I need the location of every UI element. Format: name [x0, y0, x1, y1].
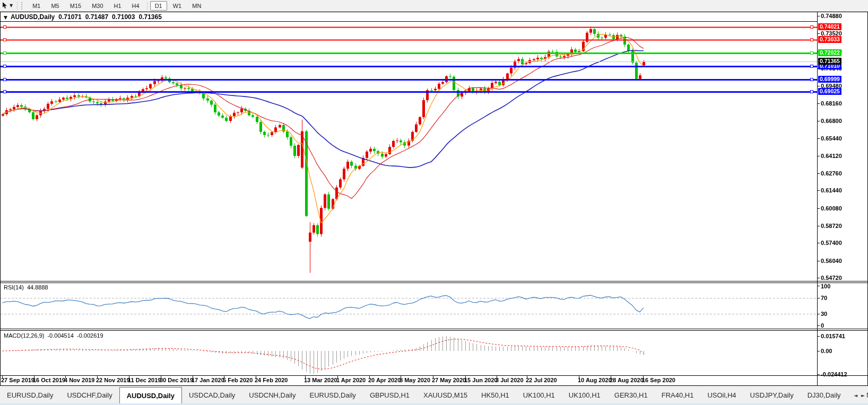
toolbar: ▼ M1M5M15M30H1H4D1W1MN [0, 0, 868, 12]
chart-canvas[interactable] [0, 0, 868, 405]
timeframe-button-mn[interactable]: MN [187, 1, 206, 11]
chart-tab-ger30-h1[interactable]: GER30,H1 [607, 387, 655, 403]
chart-tab-usoil-h4[interactable]: USOil,H4 [700, 387, 743, 403]
chart-tab-fra40-h1[interactable]: FRA40,H1 [655, 387, 701, 403]
timeframe-button-h1[interactable]: H1 [109, 1, 126, 11]
chart-tab-eurusd-daily[interactable]: EURUSD,Daily [0, 387, 60, 403]
toolbar-separator [147, 2, 147, 10]
toolbar-separator [17, 2, 18, 10]
chart-tab-dj30-daily[interactable]: DJ30,Daily [801, 387, 848, 403]
chart-tab-xauusd-m15[interactable]: XAUUSD,M15 [416, 387, 474, 403]
chart-tab-usdcnh-daily[interactable]: USDCNH,Daily [242, 387, 302, 403]
chart-tab-usdchf-daily[interactable]: USDCHF,Daily [60, 387, 119, 403]
timeframe-button-m1[interactable]: M1 [28, 1, 45, 11]
timeframe-button-d1[interactable]: D1 [150, 1, 167, 11]
timeframe-button-m5[interactable]: M5 [46, 1, 64, 11]
chevron-down-icon: ▼ [10, 3, 13, 8]
chart-tab-eurusd-daily[interactable]: EURUSD,Daily [302, 387, 362, 403]
cursor-tool-button[interactable]: ▼ [0, 1, 15, 11]
chart-tab-usdjpy-daily[interactable]: USDJPY,Daily [743, 387, 801, 403]
chart-tab-usdcad-daily[interactable]: USDCAD,Daily [182, 387, 242, 403]
tab-scroll-controls: ◄ ► [852, 387, 867, 403]
timeframe-button-m15[interactable]: M15 [65, 1, 86, 11]
chart-tab-uk100-h1[interactable]: UK100,H1 [562, 387, 607, 403]
timeframe-button-w1[interactable]: W1 [168, 1, 187, 11]
chart-tab-audusd-daily[interactable]: AUDUSD,Daily [119, 387, 182, 403]
timeframe-button-h4[interactable]: H4 [127, 1, 144, 11]
toolbar-grip-handle[interactable] [21, 2, 24, 10]
tab-scroll-right-icon[interactable]: ► [861, 393, 865, 398]
timeframe-button-m30[interactable]: M30 [87, 1, 108, 11]
chart-tab-hk50-h1[interactable]: HK50,H1 [474, 387, 516, 403]
chart-tab-uk100-h1[interactable]: UK100,H1 [516, 387, 562, 403]
tab-scroll-left-icon[interactable]: ◄ [854, 393, 857, 398]
chart-tab-gbpusd-h1[interactable]: GBPUSD,H1 [363, 387, 416, 403]
cursor-icon [2, 2, 8, 9]
chart-tab-bar: EURUSD,DailyUSDCHF,DailyAUDUSD,DailyUSDC… [0, 387, 868, 403]
timeframe-button-group: M1M5M15M30H1H4D1W1MN [27, 1, 206, 11]
trading-app-window: ▼ M1M5M15M30H1H4D1W1MN ▼AUDUSD,Daily0.71… [0, 0, 868, 405]
